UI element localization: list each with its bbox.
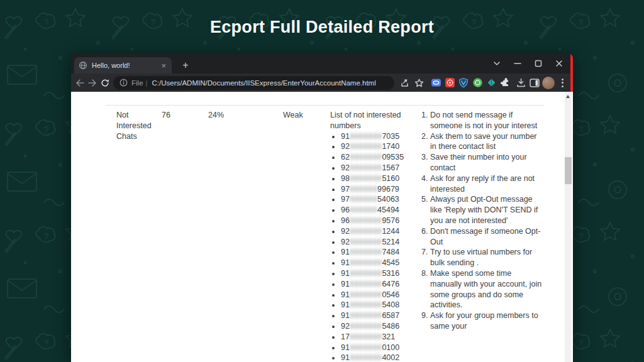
phone-number-item: 9188888887035 <box>341 131 420 142</box>
red-edge-strip <box>570 53 573 92</box>
share-icon[interactable] <box>398 74 412 92</box>
browser-toolbar: File | C:/Users/ADMIN/Documents/IISExpre… <box>71 74 573 92</box>
phone-number-item: 62888888809535 <box>341 152 420 163</box>
menu-kebab-icon[interactable] <box>555 74 569 92</box>
phone-number-list: 9188888887035928888888174062888888809535… <box>330 131 420 362</box>
side-panel-icon[interactable] <box>528 74 541 92</box>
recommendation-item: Ask for your group members to same your <box>430 310 544 332</box>
phone-number-item: 9188888880100 <box>341 343 420 353</box>
scrollbar-thumb[interactable] <box>565 157 572 184</box>
phone-number-item: 9188888886587 <box>341 310 420 321</box>
row-strength: Weak <box>283 110 330 362</box>
recommendation-item: Make spend some time manually with your … <box>430 268 544 310</box>
browser-titlebar: Hello, world! × + <box>71 53 573 74</box>
extensions-puzzle-icon[interactable] <box>498 74 512 92</box>
recommendations-column: Do not send message if someone is not in… <box>420 110 544 362</box>
minimize-button[interactable] <box>507 53 528 74</box>
forward-icon[interactable] <box>86 74 99 92</box>
scrollbar-up-arrow-icon[interactable] <box>566 95 570 98</box>
url-text: C:/Users/ADMIN/Documents/IISExpress/Ente… <box>152 79 376 87</box>
phone-number-item: 9788888899679 <box>341 184 420 195</box>
phone-number-item: 9788888854063 <box>341 194 420 205</box>
browser-window: Hello, world! × + <box>71 53 573 362</box>
row-label: Not Interested Chats <box>116 110 162 362</box>
phone-number-item: 9188888887484 <box>341 247 420 258</box>
downloads-icon[interactable] <box>514 74 528 92</box>
url-separator: | <box>146 79 148 87</box>
recommendation-list: Do not send message if someone is not in… <box>420 110 544 332</box>
back-icon[interactable] <box>74 74 86 92</box>
teal-gem-extension-icon[interactable] <box>484 74 498 92</box>
phone-number-item: 9288888881244 <box>341 226 420 237</box>
recommendation-item: Always put Opt-Out message like 'Reply w… <box>430 194 544 226</box>
row-count: 76 <box>162 110 208 362</box>
recommendation-item: Try to use virtual numbers for bulk send… <box>430 247 544 268</box>
phone-number-item: 9688888845494 <box>341 205 420 216</box>
bookmark-star-icon[interactable] <box>412 74 426 92</box>
numbers-list-title: List of not interested numbers <box>330 110 420 131</box>
recommendation-item: Save their number into your contact <box>430 152 544 173</box>
phone-number-item: 9888888885160 <box>341 173 420 184</box>
green-circle-extension-icon[interactable] <box>470 74 484 92</box>
phone-number-item: 9188888884545 <box>341 258 420 268</box>
recommendation-item: Don't message if someone Opt-Out <box>430 226 544 248</box>
tab-search-chevron-icon[interactable] <box>486 53 507 74</box>
close-button[interactable] <box>548 53 569 74</box>
blue-oval-extension-icon[interactable] <box>429 74 443 92</box>
phone-number-item: 9288888885486 <box>341 321 420 332</box>
blue-shield-extension-icon[interactable] <box>457 74 470 92</box>
globe-icon <box>79 61 87 70</box>
profile-avatar[interactable] <box>541 74 555 92</box>
recommendation-item: Ask for any reply if the are not interes… <box>430 173 544 195</box>
phone-number-item: 9288888881567 <box>341 163 420 173</box>
red-gear-extension-icon[interactable] <box>443 74 457 92</box>
info-icon[interactable] <box>119 79 128 87</box>
tab-title: Hello, world! <box>92 62 160 69</box>
url-scheme: File <box>131 79 143 87</box>
url-bar[interactable]: File | C:/Users/ADMIN/Documents/IISExpre… <box>113 76 394 90</box>
phone-number-item: 178888888321 <box>341 332 420 343</box>
numbers-column: List of not interested numbers 918888888… <box>330 110 420 362</box>
page-title: Ecport Full Detailed Report <box>0 18 644 37</box>
recommendation-item: Do not send message if someone is not in… <box>430 110 544 131</box>
tab-close-icon[interactable]: × <box>160 62 167 70</box>
phone-number-item: 9188888884002 <box>341 353 420 362</box>
phone-number-item: 9688888889576 <box>341 216 420 226</box>
new-tab-button[interactable]: + <box>179 59 192 72</box>
browser-tab[interactable]: Hello, world! × <box>74 57 172 74</box>
phone-number-item: 9288888885214 <box>341 237 420 248</box>
reload-icon[interactable] <box>99 74 111 92</box>
report-table-row: Not Interested Chats 76 24% Weak List of… <box>106 105 544 362</box>
phone-number-item: 9188888885408 <box>341 300 420 310</box>
phone-number-item: 9288888881740 <box>341 141 420 152</box>
recommendation-item: Ask them to save your number in there co… <box>430 131 544 153</box>
page-scrollbar[interactable] <box>565 92 572 362</box>
phone-number-item: 9188888885316 <box>341 268 420 279</box>
maximize-button[interactable] <box>528 53 548 74</box>
report-page: Not Interested Chats 76 24% Weak List of… <box>71 92 573 362</box>
phone-number-item: 9188888880546 <box>341 290 420 300</box>
row-percent: 24% <box>208 110 283 362</box>
phone-number-item: 9188888886476 <box>341 279 420 290</box>
